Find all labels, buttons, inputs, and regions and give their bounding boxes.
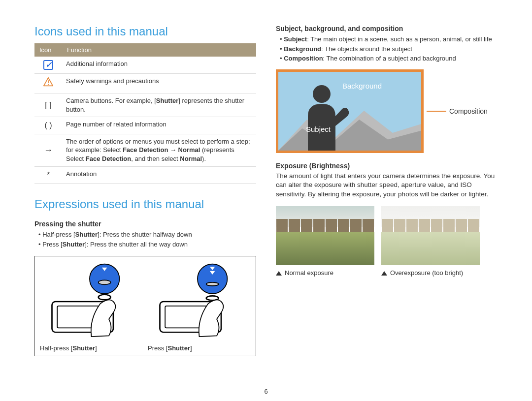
cell-function: Additional information [62,57,256,73]
list-item: Background: The objects around the subje… [280,44,498,54]
list-item: Subject: The main object in a scene, suc… [280,34,498,44]
section-title-expressions: Expressions used in this manual [34,197,256,211]
th-icon: Icon [34,43,62,57]
pressing-shutter-heading: Pressing the shutter [34,220,256,228]
cell-function: Safety warnings and precautions [62,73,256,93]
shutter-caption: Press [Shutter] [148,344,251,352]
shutter-diagram-block: Half-press [Shutter] Press [Shutter] [34,256,256,356]
photo-normal-exposure [276,206,374,265]
list-item: Half-press [Shutter]: Press the shutter … [38,230,256,240]
arrow-icon: → [44,145,53,155]
table-row: Safety warnings and precautions [34,73,256,93]
composition-diagram: Background Subject Composition [276,69,498,153]
camera-half-press-illustration [40,262,143,341]
triangle-up-icon [381,271,387,276]
photo-overexposure [381,206,480,265]
triangle-up-icon [276,271,282,276]
cell-function: The order of options or menus you must s… [62,134,256,166]
background-label: Background [342,82,382,90]
info-icon: ✓ [43,60,53,70]
cell-function: Camera buttons. For example, [Shutter] r… [62,93,256,117]
shutter-bullets: Half-press [Shutter]: Press the shutter … [34,230,256,249]
left-column: Icons used in this manual Icon Function … [34,25,256,356]
section-title-icons: Icons used in this manual [34,25,256,38]
svg-point-7 [99,280,111,285]
right-column: Subject, background, and composition Sub… [276,25,498,356]
page-number: 6 [0,388,532,395]
table-row: ( ) Page number of related information [34,117,256,134]
svg-point-4 [99,295,111,300]
composition-frame: Background Subject [276,69,424,153]
cell-function: Page number of related information [62,117,256,134]
icons-table: Icon Function ✓ Additional information [34,43,256,184]
table-row: ✓ Additional information [34,57,256,73]
list-item: Composition: The combination of a subjec… [280,54,498,63]
exposure-paragraph: The amount of light that enters your cam… [276,172,498,200]
cell-function: Annotation [62,166,256,184]
warning-icon [43,77,54,88]
composition-label: Composition [449,107,488,115]
svg-point-14 [206,282,219,286]
shutter-diagram-half: Half-press [Shutter] [40,262,143,352]
shutter-diagram-full: Press [Shutter] [148,262,251,352]
camera-full-press-illustration [148,262,251,341]
list-item: Press [Shutter]: Press the shutter all t… [38,240,256,249]
parens-icon: ( ) [34,117,62,134]
shutter-caption: Half-press [Shutter] [40,344,143,352]
exposure-captions: Normal exposure Overexposure (too bright… [276,269,498,277]
asterisk-icon: * [34,166,62,184]
composition-connector [427,111,446,112]
sbc-heading: Subject, background, and composition [276,25,498,32]
table-row: → The order of options or menus you must… [34,134,256,166]
table-row: [ ] Camera buttons. For example, [Shutte… [34,93,256,117]
th-function: Function [62,43,256,57]
subject-label: Subject [306,125,331,133]
person-silhouette [293,82,357,151]
caption-normal: Normal exposure [276,269,374,277]
brackets-icon: [ ] [34,93,62,117]
exposure-heading: Exposure (Brightness) [276,162,498,170]
caption-overexposure: Overexposure (too bright) [381,269,480,277]
sbc-list: Subject: The main object in a scene, suc… [276,34,498,63]
table-row: * Annotation [34,166,256,184]
exposure-photos [276,206,498,265]
svg-point-1 [48,84,49,85]
